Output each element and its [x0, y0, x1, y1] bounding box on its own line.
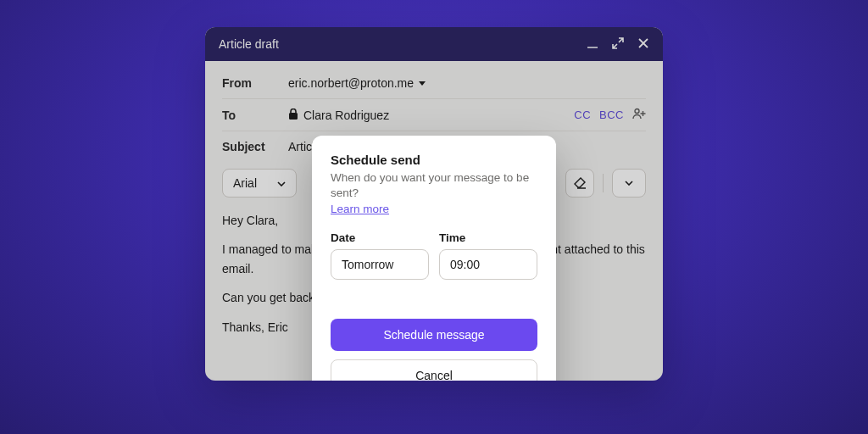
learn-more-link[interactable]: Learn more [331, 203, 389, 215]
modal-hint: When do you want your message to be sent… [331, 170, 537, 201]
modal-scrim: Schedule send When do you want your mess… [205, 27, 663, 381]
compose-window: Article draft From eric.norbert@proton.m… [205, 27, 663, 381]
cancel-button[interactable]: Cancel [331, 359, 537, 381]
time-label: Time [439, 231, 537, 244]
modal-title: Schedule send [331, 153, 537, 167]
time-input[interactable] [439, 249, 537, 280]
date-input[interactable] [331, 249, 429, 280]
schedule-send-modal: Schedule send When do you want your mess… [312, 136, 556, 381]
schedule-message-button[interactable]: Schedule message [331, 319, 537, 351]
date-label: Date [331, 231, 429, 244]
